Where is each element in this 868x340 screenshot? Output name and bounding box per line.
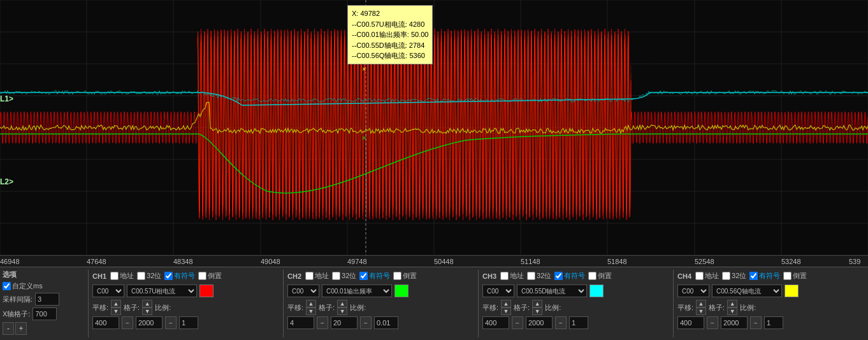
x-label-9: 53248 xyxy=(781,258,801,265)
ch4-invert-label[interactable]: 倒置 xyxy=(783,271,807,281)
ch3-scale-minus[interactable]: − xyxy=(555,316,567,329)
ch2-pan-up[interactable]: ▲ xyxy=(306,300,316,307)
ch2-32bit-label[interactable]: 32位 xyxy=(332,271,356,281)
ch3-signed-checkbox[interactable] xyxy=(554,272,563,280)
x-label-4: 49748 xyxy=(347,258,367,265)
ch4-value-row: − − xyxy=(677,316,862,329)
ch2-32bit-checkbox[interactable] xyxy=(332,272,340,280)
x-grid-minus-btn[interactable]: - xyxy=(3,322,14,335)
ch4-signed-checkbox[interactable] xyxy=(749,272,758,280)
ch3-signal-select[interactable]: C00.55D轴电流 xyxy=(517,285,587,297)
ch2-signed-label[interactable]: 有符号 xyxy=(359,271,390,281)
ch2-signal-row: C00 C00.01输出频率 xyxy=(287,285,472,297)
ch2-addr-checkbox[interactable] xyxy=(305,272,314,280)
l2-marker: L2> xyxy=(0,177,13,186)
ch2-grid-up[interactable]: ▲ xyxy=(337,300,347,307)
ch2-scale-input[interactable] xyxy=(374,316,398,329)
custom-ms-checkbox[interactable] xyxy=(3,282,11,290)
ch4-32bit-label[interactable]: 32位 xyxy=(722,271,746,281)
ch2-scale-minus[interactable]: − xyxy=(360,316,372,329)
ch2-pan-input[interactable] xyxy=(287,316,314,329)
ch2-pan-down[interactable]: ▼ xyxy=(306,307,316,315)
ch4-grid-down[interactable]: ▼ xyxy=(727,307,737,315)
x-label-10: 539 xyxy=(849,258,860,265)
ch3-addr-checkbox[interactable] xyxy=(500,272,509,280)
ch2-panel: CH2 地址 32位 有符号 倒置 xyxy=(283,270,475,337)
ch4-grid-label: 格子: xyxy=(709,303,725,313)
ch2-grid-down[interactable]: ▼ xyxy=(337,307,347,315)
ch1-addr-checkbox[interactable] xyxy=(110,272,119,280)
x-grid-label: X轴格子: xyxy=(3,309,30,319)
ch4-color-box[interactable] xyxy=(785,285,799,297)
ch1-grid-input[interactable] xyxy=(136,316,163,329)
ch3-ch-select[interactable]: C00 xyxy=(482,285,514,297)
ch1-scale-minus[interactable]: − xyxy=(165,316,177,329)
ch1-pan-input[interactable] xyxy=(92,316,119,329)
ch4-addr-label[interactable]: 地址 xyxy=(695,271,719,281)
ch1-addr-label[interactable]: 地址 xyxy=(110,271,134,281)
ch4-scale-input[interactable] xyxy=(764,316,783,329)
ch4-signed-label[interactable]: 有符号 xyxy=(749,271,780,281)
ch2-color-box[interactable] xyxy=(394,285,409,297)
ch1-pan-up[interactable]: ▲ xyxy=(111,300,121,307)
ch4-32bit-checkbox[interactable] xyxy=(722,272,730,280)
ch3-32bit-checkbox[interactable] xyxy=(527,272,535,280)
ch3-signed-label[interactable]: 有符号 xyxy=(554,271,585,281)
ch3-pan-input[interactable] xyxy=(482,316,509,329)
ch3-grid-minus[interactable]: − xyxy=(512,316,523,329)
ch4-addr-checkbox[interactable] xyxy=(695,272,704,280)
ch3-grid-up[interactable]: ▲ xyxy=(532,300,542,307)
x-grid-input[interactable] xyxy=(33,307,57,320)
ch2-invert-checkbox[interactable] xyxy=(393,272,401,280)
ch1-signal-select[interactable]: C00.57U相电流 xyxy=(127,285,197,297)
ch4-signal-select[interactable]: C00.56Q轴电流 xyxy=(712,285,782,297)
ch3-color-box[interactable] xyxy=(590,285,604,297)
ch3-addr-label[interactable]: 地址 xyxy=(500,271,524,281)
ch1-signed-checkbox[interactable] xyxy=(164,272,173,280)
ch3-grid-spin: ▲ ▼ xyxy=(532,300,542,315)
ch1-grid-spin: ▲ ▼ xyxy=(142,300,152,315)
ch2-signal-select[interactable]: C00.01输出频率 xyxy=(322,285,392,297)
ch1-invert-label[interactable]: 倒置 xyxy=(198,271,222,281)
ch1-ch-select[interactable]: C00 xyxy=(92,285,124,297)
ch2-invert-label[interactable]: 倒置 xyxy=(393,271,417,281)
ch1-signed-label[interactable]: 有符号 xyxy=(164,271,195,281)
options-label: 选项 xyxy=(3,270,17,279)
ch1-32bit-checkbox[interactable] xyxy=(137,272,145,280)
ch4-grid-up[interactable]: ▲ xyxy=(727,300,737,307)
ch3-grid-input[interactable] xyxy=(526,316,553,329)
ch3-pan-down[interactable]: ▼ xyxy=(501,307,511,315)
ch1-grid-down[interactable]: ▼ xyxy=(142,307,152,315)
sample-interval-input[interactable] xyxy=(35,293,59,306)
ch3-invert-checkbox[interactable] xyxy=(588,272,597,280)
ch2-addr-label[interactable]: 地址 xyxy=(305,271,329,281)
ch3-invert-label[interactable]: 倒置 xyxy=(588,271,612,281)
x-grid-plus-btn[interactable]: + xyxy=(15,322,27,335)
ch1-pan-down[interactable]: ▼ xyxy=(111,307,121,315)
ch1-grid-up[interactable]: ▲ xyxy=(142,300,152,307)
custom-ms-checkbox-label[interactable]: 自定义ms xyxy=(3,281,43,291)
ch3-32bit-label[interactable]: 32位 xyxy=(527,271,551,281)
ch1-pan-label: 平移: xyxy=(92,303,108,313)
ch4-grid-minus[interactable]: − xyxy=(707,316,718,329)
ch1-invert-checkbox[interactable] xyxy=(198,272,206,280)
ch1-scale-input[interactable] xyxy=(179,316,198,329)
ch2-grid-minus[interactable]: − xyxy=(317,316,328,329)
ch4-ch-select[interactable]: C00 xyxy=(677,285,709,297)
ch4-invert-checkbox[interactable] xyxy=(783,272,792,280)
ch1-32bit-label[interactable]: 32位 xyxy=(137,271,161,281)
ch4-pan-input[interactable] xyxy=(677,316,704,329)
ch4-scale-minus[interactable]: − xyxy=(750,316,762,329)
ch4-pan-down[interactable]: ▼ xyxy=(696,307,706,315)
ch4-pan-up[interactable]: ▲ xyxy=(696,300,706,307)
ch2-ch-select[interactable]: C00 xyxy=(287,285,319,297)
ch2-grid-input[interactable] xyxy=(331,316,358,329)
ch1-grid-minus[interactable]: − xyxy=(122,316,133,329)
ch3-panel: CH3 地址 32位 有符号 倒置 xyxy=(478,270,670,337)
ch3-scale-input[interactable] xyxy=(569,316,588,329)
ch3-pan-up[interactable]: ▲ xyxy=(501,300,511,307)
ch1-color-box[interactable] xyxy=(199,285,213,297)
ch2-signed-checkbox[interactable] xyxy=(359,272,368,280)
ch3-grid-down[interactable]: ▼ xyxy=(532,307,542,315)
ch4-grid-input[interactable] xyxy=(721,316,748,329)
